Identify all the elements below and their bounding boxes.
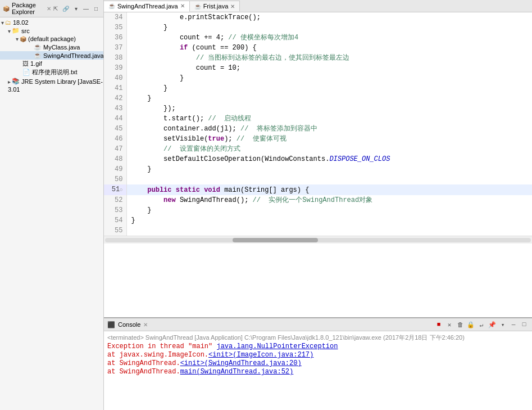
code-line: }	[126, 93, 532, 103]
tree-item-default-pkg[interactable]: 📦 (default package)	[0, 35, 103, 43]
line-number: 48	[104, 154, 126, 164]
table-row: 42 }	[104, 93, 532, 103]
scroll-lock-button[interactable]: 🔒	[466, 320, 475, 329]
table-row: 55	[104, 226, 532, 236]
line-number: 41	[104, 83, 126, 93]
java-file-icon: ☕	[34, 52, 42, 59]
gif-icon: 🖼	[22, 60, 29, 67]
line-number: 50	[104, 174, 126, 184]
tree-item-version[interactable]: 3.01	[0, 85, 103, 93]
remove-launch-button[interactable]: ✕	[445, 320, 454, 329]
console-error-line-1: Exception in thread "main" java.lang.Nul…	[107, 343, 529, 350]
line-number: 52	[104, 195, 126, 205]
line-number: 46	[104, 134, 126, 144]
stack-at-text: at SwingAndThread.	[107, 368, 180, 376]
collapse-all-button[interactable]: ⇱	[51, 4, 60, 13]
code-line: }	[126, 205, 532, 215]
table-row: 49 }	[104, 164, 532, 174]
line-number: 34	[104, 12, 126, 22]
tab-frist[interactable]: ☕ Frist.java ✕	[190, 1, 240, 11]
line-number: 39	[104, 63, 126, 73]
code-line: public static void main(String[] args) {	[126, 184, 532, 195]
java-tab-icon: ☕	[108, 3, 115, 9]
code-line: setDefaultCloseOperation(WindowConstants…	[126, 154, 532, 164]
console-icon: ⬛	[107, 321, 115, 328]
tree-item-label: (default package)	[28, 35, 76, 42]
tree-item-label: 程序使用说明.txt	[32, 68, 78, 76]
code-line	[126, 226, 532, 236]
imageicon-link[interactable]: <init>(ImageIcon.java:217)	[208, 351, 313, 359]
sidebar-tree: 🗂 18.02 📁 src 📦 (default package) ☕ MyCl…	[0, 17, 103, 410]
jre-icon: 📚	[12, 78, 20, 85]
line-number: 55	[104, 226, 126, 236]
word-wrap-button[interactable]: ↵	[477, 320, 486, 329]
console-header: ⬛ Console ✕ ■ ✕ 🗑 🔒 ↵ 📌	[104, 318, 532, 331]
tree-item-txt[interactable]: 📄 程序使用说明.txt	[0, 67, 103, 77]
console-title-label: Console	[118, 321, 140, 328]
code-line: // 当图标到达标签的最右边，使其回到标签最左边	[126, 53, 532, 63]
sidebar-close-icon[interactable]: ✕	[47, 6, 51, 12]
pin-console-button[interactable]: 📌	[488, 320, 497, 329]
scrollbar-track[interactable]	[105, 238, 531, 242]
console-content: <terminated> SwingAndThread [Java Applic…	[104, 331, 532, 410]
java-tab-icon: ☕	[194, 3, 201, 10]
tree-item-label: JRE System Library [JavaSE-	[21, 78, 103, 85]
link-editor-button[interactable]: 🔗	[61, 4, 70, 13]
code-line: e.printStackTrace();	[126, 12, 532, 22]
tree-item-workspace[interactable]: 🗂 18.02	[0, 19, 103, 26]
line-number: 44	[104, 114, 126, 124]
tree-item-src[interactable]: 📁 src	[0, 26, 103, 35]
console-minimize-button[interactable]: —	[509, 320, 518, 329]
table-row: 48 setDefaultCloseOperation(WindowConsta…	[104, 154, 532, 164]
main-area: 📦 Package Explorer ✕ ⇱ 🔗 ▾ — □ 🗂 18.02	[0, 0, 532, 410]
horizontal-scrollbar[interactable]	[104, 236, 532, 244]
tab-close-button[interactable]: ✕	[180, 3, 185, 9]
console-maximize-button[interactable]: □	[520, 320, 529, 329]
console-toolbar: ■ ✕ 🗑 🔒 ↵ 📌 ▾ — □	[434, 320, 529, 329]
console-terminated-line: <terminated> SwingAndThread [Java Applic…	[107, 334, 529, 342]
code-line: setVisible(true); // 使窗体可视	[126, 134, 532, 144]
code-line: }	[126, 73, 532, 83]
console-close-icon[interactable]: ✕	[143, 322, 148, 328]
tree-item-jre[interactable]: 📚 JRE System Library [JavaSE-	[0, 77, 103, 85]
tree-item-myclass[interactable]: ☕ MyClass.java	[0, 43, 103, 51]
table-row: 44 t.start(); // 启动线程	[104, 114, 532, 124]
workspace-icon: 🗂	[5, 19, 11, 26]
sidebar-menu-button[interactable]: ▾	[71, 4, 80, 13]
scrollbar-thumb[interactable]	[233, 238, 318, 242]
tree-item-label: MyClass.java	[43, 44, 80, 51]
line-number: 51○	[104, 184, 126, 195]
editor-area: ☕ SwingAndThread.java ✕ ☕ Frist.java ✕ 3…	[104, 0, 532, 410]
clear-console-button[interactable]: 🗑	[456, 320, 465, 329]
null-pointer-link[interactable]: java.lang.NullPointerException	[216, 343, 338, 350]
code-line: }	[126, 83, 532, 93]
console-stack-line-1: at javax.swing.ImageIcon.<init>(ImageIco…	[107, 351, 529, 359]
table-row: 37 if (count == 200) {	[104, 43, 532, 53]
swingandthread-main-link[interactable]: main(SwingAndThread.java:52)	[180, 368, 294, 376]
table-row: 45 container.add(jl); // 将标签添加到容器中	[104, 124, 532, 134]
table-row: 35 }	[104, 22, 532, 33]
tab-swingandthread[interactable]: ☕ SwingAndThread.java ✕	[104, 1, 190, 12]
stack-at-text: at SwingAndThread.	[107, 359, 180, 367]
package-icon: 📦	[20, 36, 26, 42]
line-number: 53	[104, 205, 126, 215]
code-line	[126, 174, 532, 184]
terminate-button[interactable]: ■	[434, 320, 443, 329]
console-menu-button[interactable]: ▾	[498, 320, 507, 329]
console-stack-line-3: at SwingAndThread.main(SwingAndThread.ja…	[107, 368, 529, 376]
table-row: 36 count += 4; // 使横坐标每次增加4	[104, 33, 532, 43]
table-row: 47 // 设置窗体的关闭方式	[104, 144, 532, 154]
swingandthread-init-link[interactable]: <init>(SwingAndThread.java:20)	[180, 359, 302, 367]
tree-item-swingandthread[interactable]: ☕ SwingAndThread.java	[0, 51, 103, 60]
tab-close-button[interactable]: ✕	[230, 3, 235, 10]
package-explorer-icon: 📦	[3, 6, 10, 12]
code-editor[interactable]: 34 e.printStackTrace(); 35 } 36 count +=…	[104, 12, 532, 317]
table-row: 53 }	[104, 205, 532, 215]
line-number: 42	[104, 93, 126, 103]
line-number: 54	[104, 215, 126, 226]
sidebar-title: 📦 Package Explorer ✕	[3, 2, 51, 15]
tree-item-gif[interactable]: 🖼 1.gif	[0, 60, 103, 67]
maximize-button[interactable]: □	[92, 4, 101, 13]
minimize-button[interactable]: —	[81, 4, 90, 13]
table-row: 38 // 当图标到达标签的最右边，使其回到标签最左边	[104, 53, 532, 63]
